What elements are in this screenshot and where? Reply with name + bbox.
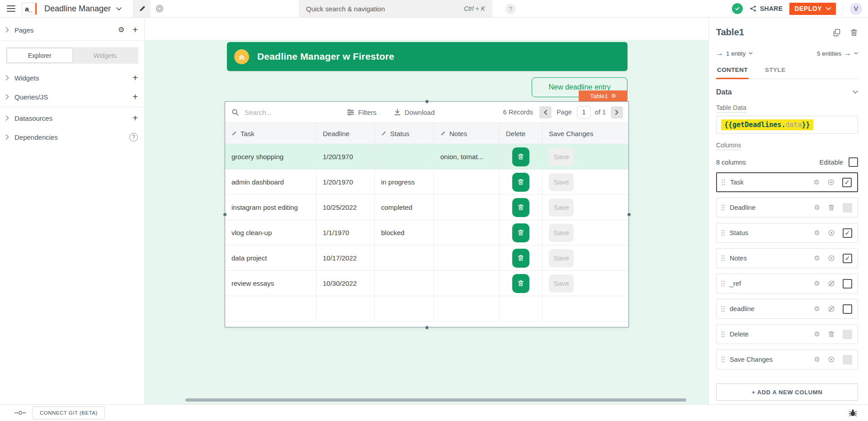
help-button[interactable]: ?	[505, 4, 516, 14]
delete-row-button[interactable]	[512, 198, 529, 217]
table-row[interactable]: review essays10/30/2022Save	[225, 271, 628, 296]
column-visibility-checkbox[interactable]: ✓	[843, 254, 852, 263]
table-row[interactable]: instagram post editing10/25/2022complete…	[225, 195, 628, 220]
column-settings-gear-icon[interactable]: ⚙	[814, 204, 820, 211]
cell-deadline[interactable]: 10/25/2022	[316, 195, 375, 220]
column-visibility-checkbox[interactable]: ✓	[843, 228, 852, 238]
column-settings-gear-icon[interactable]: ⚙	[814, 356, 820, 363]
cell-task[interactable]: vlog clean-up	[225, 220, 316, 245]
column-action[interactable]	[828, 204, 835, 211]
column-settings-gear-icon[interactable]: ⚙	[814, 230, 820, 237]
help-icon[interactable]: ?	[129, 133, 138, 142]
quick-search-input[interactable]: Quick search & navigation Ctrl + K	[299, 0, 492, 17]
column-settings-gear-icon[interactable]: ⚙	[814, 331, 820, 338]
column-header-delete[interactable]: Delete	[500, 123, 542, 144]
table-widget[interactable]: Search... Filters Download 6 Records Pag…	[225, 101, 629, 327]
cell-deadline[interactable]: 10/30/2022	[316, 271, 375, 296]
filters-button[interactable]: Filters	[347, 109, 377, 116]
cell-task[interactable]: review essays	[225, 271, 316, 296]
save-row-button[interactable]: Save	[549, 173, 574, 191]
canvas-horizontal-scrollbar[interactable]	[185, 398, 686, 402]
delete-row-button[interactable]	[512, 274, 529, 293]
copy-widget-icon[interactable]	[833, 28, 841, 37]
column-settings-gear-icon[interactable]: ⚙	[814, 306, 820, 312]
cell-notes[interactable]	[434, 246, 500, 270]
cell-notes[interactable]	[434, 220, 500, 245]
column-visibility-checkbox[interactable]: ✓	[842, 178, 852, 187]
column-item-deadline[interactable]: Deadline⚙	[716, 198, 858, 218]
table-search-input[interactable]: Search...	[231, 109, 347, 116]
column-visibility-checkbox[interactable]	[843, 330, 852, 339]
cell-notes[interactable]	[434, 195, 500, 220]
add-page-button[interactable]: +	[132, 25, 138, 34]
column-item-status[interactable]: Status⚙✓	[716, 223, 858, 243]
cell-notes[interactable]	[434, 170, 500, 194]
column-action[interactable]	[827, 179, 835, 186]
add-button[interactable]: +	[132, 92, 138, 101]
widget-name-tag[interactable]: Table1 ⚙	[579, 90, 627, 101]
delete-widget-icon[interactable]	[850, 28, 858, 37]
column-action[interactable]	[828, 356, 835, 363]
delete-row-button[interactable]	[512, 173, 529, 192]
resize-handle-right[interactable]	[627, 213, 631, 217]
user-avatar[interactable]: V	[850, 3, 862, 15]
sidebar-item-widgets[interactable]: Widgets+	[0, 68, 144, 87]
drag-handle[interactable]	[721, 255, 725, 262]
cell-status[interactable]	[375, 271, 434, 296]
cell-deadline[interactable]: 10/17/2022	[316, 246, 375, 270]
save-row-button[interactable]: Save	[549, 224, 574, 242]
column-action[interactable]	[828, 331, 835, 338]
collapse-section-chevron-icon[interactable]	[853, 90, 858, 94]
column-item-task[interactable]: Task⚙✓	[716, 172, 858, 192]
column-item-deadline[interactable]: deadline⚙	[716, 299, 858, 319]
cell-task[interactable]: grocery shopping	[225, 144, 316, 169]
column-visibility-checkbox[interactable]	[843, 304, 852, 314]
column-action[interactable]	[828, 305, 835, 312]
cell-task[interactable]: admin dashboard	[225, 170, 316, 194]
cell-task[interactable]: instagram post editing	[225, 195, 316, 220]
save-row-button[interactable]: Save	[549, 199, 574, 217]
app-title-dropdown[interactable]: Deadline Manager	[44, 4, 122, 14]
column-visibility-checkbox[interactable]	[843, 355, 852, 364]
sidebar-item-pages[interactable]: Pages ⚙ +	[0, 20, 144, 39]
sidebar-item-dependencies[interactable]: Dependencies?	[0, 128, 144, 147]
deploy-button[interactable]: DEPLOY	[789, 3, 836, 15]
delete-row-button[interactable]	[512, 223, 529, 242]
drag-handle[interactable]	[721, 305, 725, 312]
cell-status[interactable]: in progress	[375, 170, 434, 194]
pages-settings-gear-icon[interactable]: ⚙	[118, 26, 124, 33]
incoming-entities-dropdown[interactable]: → 1 entity	[716, 49, 753, 57]
resize-handle-left[interactable]	[223, 213, 227, 217]
column-header-notes[interactable]: Notes	[434, 123, 500, 144]
editor-canvas[interactable]: Deadline Manager w Firestore New deadlin…	[145, 18, 708, 404]
column-visibility-checkbox[interactable]	[843, 203, 852, 213]
add-button[interactable]: +	[132, 114, 138, 123]
cell-status[interactable]: blocked	[375, 220, 434, 245]
column-header-deadline[interactable]: Deadline	[316, 123, 375, 144]
drag-handle[interactable]	[721, 229, 725, 237]
tab-style[interactable]: STYLE	[764, 66, 787, 79]
column-visibility-checkbox[interactable]	[843, 279, 852, 289]
column-action[interactable]	[828, 229, 835, 237]
banner-widget[interactable]: Deadline Manager w Firestore	[227, 42, 627, 71]
outgoing-entities-dropdown[interactable]: 5 entities →	[817, 49, 858, 57]
column-item--ref[interactable]: _ref⚙	[716, 274, 858, 293]
cell-deadline[interactable]: 1/20/1970	[316, 144, 375, 169]
cell-notes[interactable]: onion, tomat...	[434, 144, 500, 169]
column-header-status[interactable]: Status	[375, 123, 434, 144]
delete-row-button[interactable]	[512, 249, 529, 268]
cell-notes[interactable]	[434, 271, 500, 296]
column-settings-gear-icon[interactable]: ⚙	[814, 179, 820, 186]
resize-handle-bottom[interactable]	[425, 326, 429, 330]
table-row[interactable]: data project10/17/2022Save	[225, 246, 628, 271]
download-button[interactable]: Download	[394, 109, 435, 116]
debug-bug-icon[interactable]	[849, 409, 857, 417]
save-row-button[interactable]: Save	[549, 148, 574, 166]
column-settings-gear-icon[interactable]: ⚙	[814, 255, 820, 262]
table-row[interactable]: admin dashboard1/20/1970in progressSave	[225, 170, 628, 195]
share-button[interactable]: SHARE	[750, 5, 783, 12]
drag-handle[interactable]	[721, 280, 725, 287]
drag-handle[interactable]	[721, 179, 726, 186]
cell-task[interactable]: data project	[225, 246, 316, 270]
cell-status[interactable]	[375, 144, 434, 169]
